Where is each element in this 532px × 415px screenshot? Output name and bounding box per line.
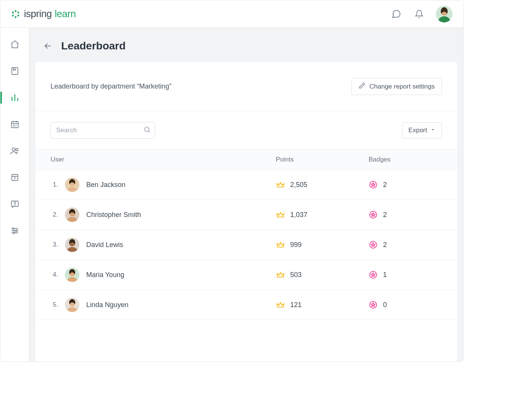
user-name: David Lewis <box>86 241 123 249</box>
user-avatar-icon <box>65 238 79 252</box>
search-icon <box>143 126 151 135</box>
sidebar-info-icon[interactable] <box>6 170 24 185</box>
table-row[interactable]: 4.Maria Young5031 <box>35 260 457 290</box>
change-report-settings-label: Change report settings <box>369 83 435 90</box>
points-value: 999 <box>290 241 302 249</box>
bell-icon[interactable] <box>413 8 425 20</box>
rank: 4. <box>51 271 58 279</box>
svg-point-3 <box>15 16 17 18</box>
points-value: 2,505 <box>290 181 307 189</box>
sidebar-help-icon[interactable] <box>6 196 24 212</box>
sidebar-reports-icon[interactable] <box>6 90 24 105</box>
sidebar-users-icon[interactable] <box>6 143 24 158</box>
svg-point-4 <box>12 14 14 16</box>
svg-point-10 <box>16 149 18 151</box>
rank: 3. <box>51 241 58 249</box>
logo-text-2: learn <box>55 8 76 20</box>
user-avatar-icon <box>65 177 79 192</box>
pencil-icon <box>359 82 366 91</box>
sidebar-settings-icon[interactable] <box>6 223 24 238</box>
chevron-down-icon <box>430 127 435 134</box>
logo[interactable]: ispring learn <box>11 8 76 20</box>
search-input-wrap[interactable] <box>51 122 155 139</box>
topbar: ispring learn <box>0 0 463 28</box>
crown-icon <box>276 270 285 279</box>
user-avatar-icon <box>65 208 79 222</box>
table-row[interactable]: 1.Ben Jackson2,5052 <box>35 170 457 200</box>
table-row[interactable]: 2.Christopher Smith1,0372 <box>35 200 457 230</box>
sidebar-home-icon[interactable] <box>6 37 24 52</box>
user-avatar[interactable] <box>436 6 453 22</box>
star-badge-icon <box>369 300 378 309</box>
user-name: Christopher Smith <box>86 211 141 219</box>
badges-value: 1 <box>383 271 387 279</box>
crown-icon <box>276 240 285 249</box>
back-button[interactable] <box>43 41 53 51</box>
rank: 1. <box>51 181 58 188</box>
svg-rect-7 <box>12 68 18 74</box>
col-header-points[interactable]: Points <box>276 150 369 170</box>
user-name: Linda Nguyen <box>86 301 128 309</box>
table-row[interactable]: 3.David Lewis9992 <box>35 230 457 260</box>
crown-icon <box>276 300 285 309</box>
search-input[interactable] <box>56 127 143 134</box>
content: Leaderboard Leaderboard by department “M… <box>29 28 463 361</box>
svg-point-16 <box>16 230 17 231</box>
points-value: 121 <box>290 301 302 309</box>
badges-value: 2 <box>383 181 387 189</box>
svg-point-1 <box>17 11 19 13</box>
star-badge-icon <box>369 240 378 249</box>
svg-point-15 <box>12 228 14 229</box>
rank: 5. <box>51 301 58 309</box>
star-badge-icon <box>369 210 378 219</box>
report-description: Leaderboard by department “Marketing” <box>51 82 171 90</box>
badges-value: 2 <box>383 211 387 219</box>
svg-point-18 <box>144 127 149 131</box>
user-avatar-icon <box>65 298 79 312</box>
star-badge-icon <box>369 270 378 279</box>
svg-point-17 <box>13 232 14 233</box>
col-header-user[interactable]: User <box>35 150 276 170</box>
points-value: 503 <box>290 271 302 279</box>
change-report-settings-button[interactable]: Change report settings <box>352 78 442 95</box>
export-label: Export <box>408 127 427 134</box>
sidebar-courses-icon[interactable] <box>6 63 24 79</box>
svg-point-2 <box>17 14 19 16</box>
crown-icon <box>276 210 285 219</box>
logo-mark-icon <box>11 10 20 19</box>
col-header-badges[interactable]: Badges <box>369 150 457 170</box>
logo-text-1: ispring <box>24 8 52 20</box>
chat-icon[interactable] <box>390 8 402 20</box>
badges-value: 2 <box>383 241 387 249</box>
svg-rect-8 <box>11 122 18 128</box>
sidebar <box>0 28 29 361</box>
rank: 2. <box>51 211 58 219</box>
crown-icon <box>276 180 285 189</box>
page-title: Leaderboard <box>61 40 126 52</box>
svg-point-0 <box>15 10 17 12</box>
user-avatar-icon <box>65 268 79 282</box>
sidebar-calendar-icon[interactable] <box>6 117 24 132</box>
svg-point-12 <box>14 177 15 177</box>
badges-value: 0 <box>383 301 387 309</box>
user-name: Maria Young <box>86 271 124 279</box>
svg-point-14 <box>14 205 15 205</box>
export-button[interactable]: Export <box>402 122 442 138</box>
user-name: Ben Jackson <box>86 181 125 189</box>
svg-point-5 <box>12 11 14 13</box>
star-badge-icon <box>369 180 378 189</box>
report-panel: Leaderboard by department “Marketing” Ch… <box>35 62 457 361</box>
leaderboard-table: User Points Badges 1.Ben Jackson2,50522.… <box>35 149 457 320</box>
points-value: 1,037 <box>290 211 307 219</box>
table-row[interactable]: 5.Linda Nguyen1210 <box>35 290 457 320</box>
svg-point-9 <box>12 148 15 151</box>
